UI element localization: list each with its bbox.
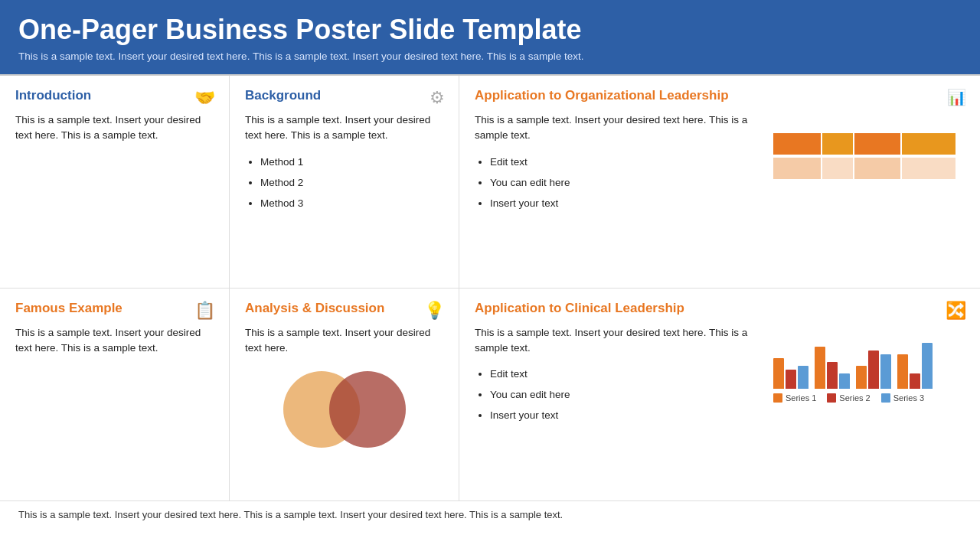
clinical-bar-chart [773, 324, 933, 389]
legend-dot-3 [881, 393, 890, 403]
background-list: Method 1 Method 2 Method 3 [245, 152, 443, 214]
famous-example-cell: Famous Example 📋 This is a sample text. … [0, 289, 230, 501]
bar [922, 343, 933, 389]
introduction-text: This is a sample text. Insert your desir… [15, 112, 214, 144]
bar [910, 373, 920, 389]
analysis-cell: Analysis & Discussion 💡 This is a sample… [230, 289, 459, 501]
footer-text: This is a sample text. Insert your desir… [18, 509, 563, 520]
legend-series1: Series 1 [773, 393, 816, 403]
org-leadership-title: Application to Organizational Leadership [475, 88, 764, 103]
famous-example-title: Famous Example [15, 301, 214, 316]
legend-dot-2 [827, 393, 836, 403]
bar [773, 358, 784, 389]
clinical-leadership-text: This is a sample text. Insert your desir… [475, 325, 764, 357]
legend-series2: Series 2 [827, 393, 870, 403]
bar [815, 347, 825, 389]
org-leadership-cell: Application to Organizational Leadership… [459, 76, 980, 289]
bar-group-1 [773, 358, 808, 389]
venn-shape [283, 371, 406, 448]
legend-series3: Series 3 [881, 393, 924, 403]
venn-diagram [245, 371, 443, 448]
famous-example-text: This is a sample text. Insert your desir… [15, 325, 214, 357]
main-grid: Introduction 🤝 This is a sample text. In… [0, 74, 980, 500]
bar [868, 350, 879, 389]
list-item: You can edit here [490, 384, 764, 405]
list-item: Insert your text [490, 193, 764, 214]
background-cell: Background ⚙ This is a sample text. Inse… [230, 76, 459, 289]
bar [856, 366, 867, 389]
introduction-title: Introduction [15, 88, 214, 103]
header-subtitle: This is a sample text. Insert your desir… [18, 51, 962, 62]
bar-row-1 [773, 133, 956, 155]
org-leadership-text: This is a sample text. Insert your desir… [475, 112, 764, 144]
page-title: One-Pager Business Poster Slide Template [18, 14, 962, 46]
handshake-icon: 🤝 [194, 88, 215, 108]
bar-group-4 [897, 343, 933, 389]
header: One-Pager Business Poster Slide Template… [0, 0, 980, 74]
footer: This is a sample text. Insert your desir… [0, 500, 980, 528]
list-item: Insert your text [490, 405, 764, 425]
list-item: Edit text [490, 152, 764, 172]
bar [897, 354, 908, 389]
analysis-title: Analysis & Discussion [245, 301, 443, 316]
clipboard-icon: 📋 [194, 301, 215, 321]
bar-group-3 [856, 350, 891, 389]
venn-circle-right [329, 371, 406, 448]
bar [839, 373, 850, 389]
clinical-leadership-title: Application to Clinical Leadership [475, 301, 764, 316]
clinical-leadership-cell: Application to Clinical Leadership 🔀 Thi… [459, 289, 980, 501]
analysis-text: This is a sample text. Insert your desir… [245, 325, 443, 357]
list-item: Method 2 [260, 172, 443, 193]
legend-label-1: Series 1 [786, 393, 816, 403]
chart-legend: Series 1 Series 2 Series 3 [773, 393, 924, 403]
clinical-chart-container: Series 1 Series 2 Series 3 [773, 301, 965, 426]
bar [798, 366, 808, 389]
clinical-list: Edit text You can edit here Insert your … [475, 364, 764, 425]
gear-icon: ⚙ [430, 88, 445, 108]
bar [827, 362, 838, 389]
org-bar-chart [773, 133, 956, 182]
bar [880, 354, 891, 389]
bar [786, 370, 796, 389]
introduction-cell: Introduction 🤝 This is a sample text. In… [0, 76, 230, 289]
list-item: Edit text [490, 364, 764, 384]
background-title: Background [245, 88, 443, 103]
list-item: You can edit here [490, 172, 764, 193]
bar-group-2 [815, 347, 850, 389]
list-item: Method 3 [260, 193, 443, 214]
list-item: Method 1 [260, 152, 443, 172]
bar-chart-icon: 📊 [947, 88, 966, 106]
org-leadership-list: Edit text You can edit here Insert your … [475, 152, 764, 214]
bar-row-2 [773, 158, 956, 179]
shuffle-icon: 🔀 [946, 301, 966, 321]
legend-dot-1 [773, 393, 782, 403]
legend-label-3: Series 3 [893, 393, 924, 403]
legend-label-2: Series 2 [839, 393, 870, 403]
org-chart-container [773, 88, 965, 214]
lightbulb-icon: 💡 [424, 301, 445, 321]
background-text: This is a sample text. Insert your desir… [245, 112, 443, 144]
